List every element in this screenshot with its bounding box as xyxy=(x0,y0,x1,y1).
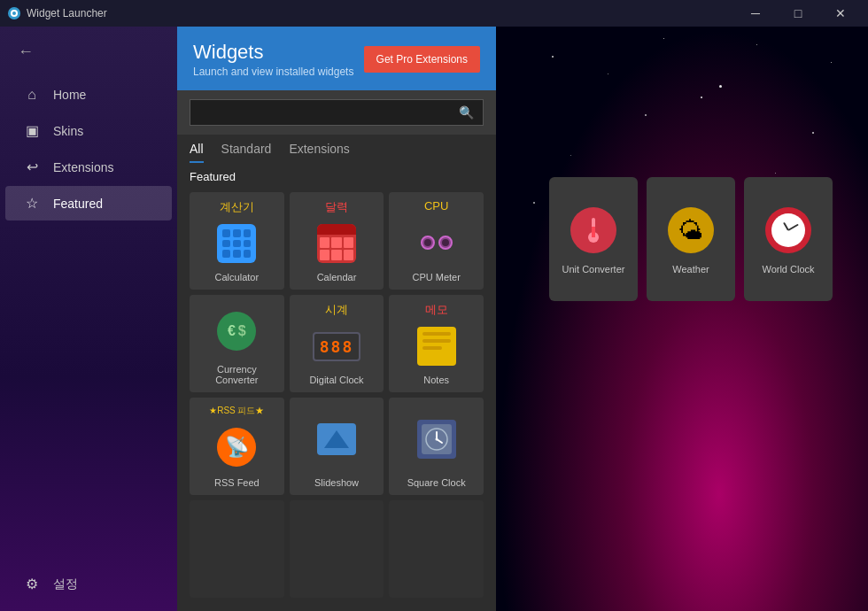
desktop-panel: Unit Converter 🌤 Weather xyxy=(496,27,868,611)
widget-name-currency: Currency Converter xyxy=(197,364,277,385)
widgets-grid: 계산기 Calculator 달력 xyxy=(177,187,496,611)
title-bar: Widget Launcher ─ □ ✕ xyxy=(0,0,868,27)
close-button[interactable]: ✕ xyxy=(820,0,861,27)
star xyxy=(831,62,832,63)
get-pro-button[interactable]: Get Pro Extensions xyxy=(364,46,480,73)
cpu-eye-icon xyxy=(421,236,453,250)
sidebar-item-home[interactable]: ⌂ Home xyxy=(5,78,172,112)
widget-icon-notes xyxy=(396,321,477,371)
settings-label: 설정 xyxy=(53,576,78,592)
widget-tile-slideshow[interactable]: Slideshow xyxy=(290,398,384,495)
desktop-widget-unit-converter[interactable]: Unit Converter xyxy=(549,177,638,301)
widget-icon-calendar xyxy=(297,219,377,268)
pupil-right xyxy=(442,239,449,246)
widget-tile-empty-3[interactable] xyxy=(389,500,484,598)
widget-tile-empty-1[interactable] xyxy=(190,500,284,598)
weather-icon-area: 🌤 xyxy=(664,204,717,257)
eye-right xyxy=(438,236,453,250)
clock-face xyxy=(771,213,805,247)
tabs: All Standard Extensions xyxy=(177,135,496,163)
widget-tile-cpu[interactable]: CPU CPU Meter xyxy=(389,192,484,290)
widget-korean-notes: 메모 xyxy=(425,302,448,318)
svg-point-6 xyxy=(435,438,438,441)
title-bar-left: Widget Launcher xyxy=(7,6,107,20)
svg-rect-9 xyxy=(592,227,595,237)
tab-extensions[interactable]: Extensions xyxy=(289,142,349,163)
calculator-icon xyxy=(217,224,256,263)
dollar-symbol: $ xyxy=(238,323,246,339)
widget-name-calendar: Calendar xyxy=(317,272,357,282)
eye-left xyxy=(421,236,435,250)
star xyxy=(775,173,776,174)
digital-clock-icon: 888 xyxy=(313,332,361,361)
search-input[interactable] xyxy=(199,106,459,120)
home-icon: ⌂ xyxy=(23,87,41,103)
desktop-widget-world-clock[interactable]: World Clock xyxy=(744,177,833,301)
notes-icon xyxy=(417,327,456,366)
search-wrapper[interactable]: 🔍 xyxy=(190,99,484,126)
search-bar: 🔍 xyxy=(177,90,496,135)
widget-name-notes: Notes xyxy=(423,375,449,385)
star xyxy=(552,56,554,58)
widget-tile-square-clock[interactable]: Square Clock xyxy=(389,398,484,495)
sidebar-item-label: Featured xyxy=(53,197,103,211)
widget-tile-notes[interactable]: 메모 Notes xyxy=(389,295,484,392)
world-clock-desktop-label: World Clock xyxy=(756,264,819,275)
minimize-button[interactable]: ─ xyxy=(735,0,776,27)
tab-all[interactable]: All xyxy=(190,142,204,163)
widget-tile-currency[interactable]: € $ Currency Converter xyxy=(190,295,284,392)
widget-name-digital-clock: Digital Clock xyxy=(309,375,363,385)
unit-converter-desktop-icon xyxy=(570,207,616,253)
unit-converter-icon-area xyxy=(567,204,620,257)
back-button[interactable]: ← xyxy=(0,35,177,68)
widget-name-square-clock: Square Clock xyxy=(407,477,466,488)
empty-icon-1 xyxy=(197,507,277,591)
widget-korean-rss: ★RSS 피드★ xyxy=(209,405,264,417)
widget-korean-clock: 시계 xyxy=(325,302,348,318)
extensions-icon: ↩ xyxy=(23,159,41,175)
weather-emoji: 🌤 xyxy=(678,216,703,245)
clock-hand-minute xyxy=(788,224,799,231)
widget-tile-calculator[interactable]: 계산기 Calculator xyxy=(190,192,284,290)
content-panel: Widgets Launch and view installed widget… xyxy=(177,27,496,611)
widget-korean-calendar: 달력 xyxy=(325,199,348,215)
maximize-button[interactable]: □ xyxy=(778,0,818,27)
world-clock-icon-area xyxy=(762,204,815,257)
app-icon xyxy=(7,6,21,20)
calendar-icon xyxy=(317,224,356,263)
euro-symbol: € xyxy=(228,323,236,339)
square-clock-icon xyxy=(417,420,456,459)
star xyxy=(812,132,814,134)
widget-tile-rss[interactable]: ★RSS 피드★ 📡 RSS Feed xyxy=(190,398,284,495)
widget-tile-calendar[interactable]: 달력 Calendar xyxy=(290,192,384,290)
star xyxy=(701,97,702,98)
sidebar-item-featured[interactable]: ☆ Featured xyxy=(5,186,172,220)
widget-tile-digital-clock[interactable]: 시계 888 Digital Clock xyxy=(290,295,384,392)
widget-icon-cpu xyxy=(396,216,477,268)
thermometer-svg xyxy=(577,214,609,246)
sidebar-item-extensions[interactable]: ↩ Extensions xyxy=(5,150,172,184)
star xyxy=(719,85,722,88)
settings-icon: ⚙ xyxy=(23,576,41,592)
mountain-shape xyxy=(324,430,349,448)
page-subtitle: Launch and view installed widgets xyxy=(193,66,353,78)
star xyxy=(570,155,571,156)
clock-svg xyxy=(424,427,449,452)
widget-tile-empty-2[interactable] xyxy=(290,500,384,598)
tab-standard[interactable]: Standard xyxy=(221,142,272,163)
sidebar-bottom: ⚙ 설정 xyxy=(0,566,177,611)
header-text: Widgets Launch and view installed widget… xyxy=(193,41,353,78)
desktop-widget-weather[interactable]: 🌤 Weather xyxy=(647,177,735,301)
sidebar-item-settings[interactable]: ⚙ 설정 xyxy=(5,567,172,601)
sidebar-item-skins[interactable]: ▣ Skins xyxy=(5,113,172,148)
sidebar-nav: ⌂ Home ▣ Skins ↩ Extensions ☆ Featured xyxy=(0,77,177,221)
star xyxy=(645,114,647,116)
stars-container xyxy=(496,27,868,611)
widget-icon-rss: 📡 xyxy=(197,421,277,474)
empty-icon-2 xyxy=(297,507,377,591)
skins-icon: ▣ xyxy=(23,122,41,139)
widget-icon-square-clock xyxy=(396,405,477,474)
star xyxy=(608,73,608,74)
unit-converter-desktop-label: Unit Converter xyxy=(557,264,631,275)
svg-point-2 xyxy=(12,12,16,15)
